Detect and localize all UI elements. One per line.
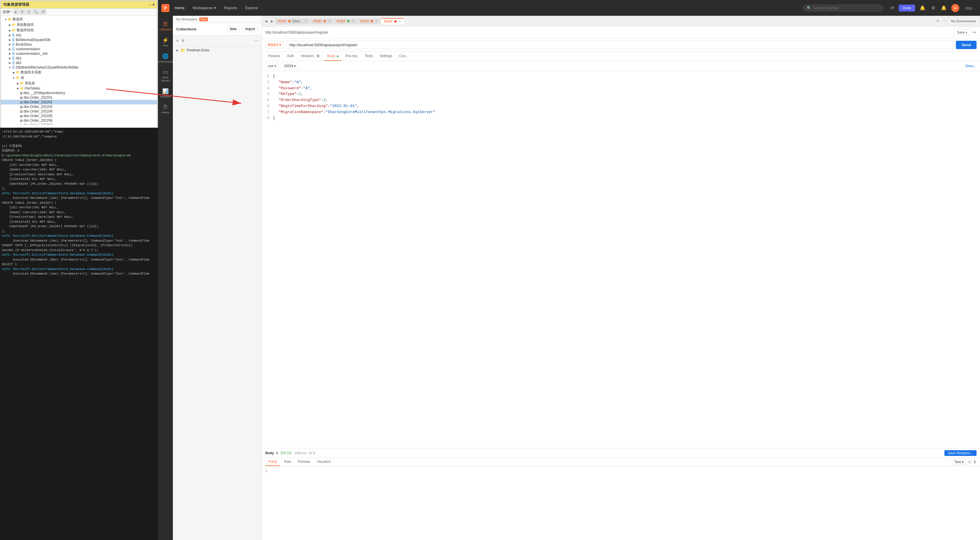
upgrade-button[interactable]: Upg... — [963, 5, 977, 11]
back-btn[interactable]: ◀ — [263, 18, 269, 24]
new-collection-button[interactable]: New — [227, 26, 240, 32]
tree-item-bookstore[interactable]: ▶ 🗄 BookStore — [1, 42, 157, 47]
edit-icon[interactable]: ✏ — [973, 30, 977, 35]
req-tab-settings[interactable]: Settings — [377, 52, 395, 61]
search-btn[interactable]: 🔍 — [32, 10, 39, 14]
sidebar-item-apis[interactable]: ⚡ APIs — [159, 35, 172, 50]
tree-item-order202207[interactable]: ▦ dbo.Order_202207 — [1, 123, 157, 124]
sidebar-item-mock-servers[interactable]: ▭ Mock Servers — [159, 67, 172, 85]
save-button[interactable]: Save ▾ — [953, 29, 971, 36]
collection-postman-echo[interactable]: ▶ 📁 Postman Echo — [173, 46, 262, 54]
filter-btn[interactable]: ▽ — [26, 10, 31, 14]
obj-explorer-close[interactable]: ✕ — [152, 3, 155, 6]
tab-close-btn[interactable]: ✕ — [305, 19, 307, 23]
nav-home[interactable]: Home — [172, 5, 188, 11]
tree-item-dbd84[interactable]: ▼ 🗄 DBd84e699e2a4a4232aa6f93b4b39d9bc — [1, 65, 157, 70]
nav-workspaces[interactable]: Workspaces ▾ — [190, 5, 219, 11]
filter-collections-btn[interactable]: ≡ — [181, 37, 185, 44]
url-input[interactable] — [286, 41, 954, 49]
tree-item-customerstation[interactable]: ▶ 🗄 customerstation — [1, 47, 157, 51]
search-input[interactable] — [813, 6, 880, 10]
notification-icon[interactable]: 🔔 — [940, 4, 948, 12]
req-tab-tests[interactable]: Tests — [362, 52, 375, 61]
resp-tab-raw[interactable]: Raw — [281, 458, 294, 466]
copy-response-icon[interactable]: ⎘ — [969, 460, 971, 464]
resp-tab-visualize[interactable]: Visualize — [314, 458, 334, 466]
tree-item-tables[interactable]: ▼ 📁 表 — [1, 75, 157, 81]
download-response-icon[interactable]: ⬇ — [973, 460, 977, 464]
nav-search-box[interactable]: 🔍 — [803, 5, 883, 11]
tree-item-filetables[interactable]: ▶ 📁 FileTables — [1, 86, 157, 91]
tree-item-db1[interactable]: ▶ 🗄 db1 — [1, 56, 157, 60]
connect-btn[interactable]: 连接• — [3, 10, 11, 14]
tab-post-active[interactable]: POST ✕ — [381, 18, 404, 24]
refresh-btn[interactable]: ▸ — [14, 10, 18, 14]
tree-item-sys-db[interactable]: ▶ 📁 系统数据库 — [1, 22, 157, 27]
save-response-button[interactable]: Save Respons... — [944, 450, 977, 456]
tree-item-databases[interactable]: ▼ 📁 数据库 — [1, 17, 157, 22]
tree-item-customerstation-job[interactable]: ▶ 🗄 customerstation_Job — [1, 51, 157, 56]
add-collection-btn[interactable]: + — [175, 37, 180, 44]
collapse-btn[interactable]: ↺ — [40, 10, 46, 14]
more-options-btn[interactable]: ⋯ — [253, 37, 259, 44]
tree-item-order202205[interactable]: ▦ dbo.Order_202205 — [1, 114, 157, 118]
tab-post-3[interactable]: POST ✕ — [358, 18, 380, 24]
beautify-button[interactable]: Beau... — [966, 64, 977, 68]
user-avatar[interactable]: U — [951, 4, 959, 12]
tree-item-order202206[interactable]: ▦ dbo.Order_202206 — [1, 118, 157, 123]
request-tabs: Params Auth Headers 9 Body Pre-req. Test… — [262, 52, 980, 61]
req-tab-auth[interactable]: Auth — [284, 52, 297, 61]
tree-item-efmigrations[interactable]: ▦ dbo.__EFMigrationsHistory — [1, 91, 157, 95]
sidebar-item-history[interactable]: ⏱ History — [159, 102, 172, 116]
method-select[interactable]: POST ▾ — [265, 41, 284, 49]
add-tab-btn[interactable]: + — [934, 18, 941, 24]
body-format-select[interactable]: raw ▾ — [265, 63, 279, 69]
tab-close-btn[interactable]: ✕ — [375, 19, 378, 23]
console-line: [Id] varchar(50) NOT NULL, — [2, 163, 156, 168]
req-tab-coo[interactable]: Coo... — [396, 52, 411, 61]
tab-close-btn[interactable]: ✕ — [399, 20, 401, 23]
sidebar-item-environments[interactable]: 🌐 Environments — [159, 51, 172, 66]
nav-reports[interactable]: Reports — [221, 5, 240, 11]
new-query-btn[interactable]: ✎ — [19, 10, 25, 14]
req-tab-prereq[interactable]: Pre-req. — [342, 52, 361, 61]
tab-overview[interactable]: POST Over... ✕ — [275, 18, 310, 24]
tree-item-order202203[interactable]: ▦ dbo.Order_202203 — [1, 105, 157, 109]
search-icon: 🔍 — [807, 6, 811, 10]
bell-icon[interactable]: 🔔 — [918, 4, 927, 12]
sidebar-item-collections[interactable]: ☰ Collections — [159, 19, 172, 33]
sync-icon[interactable]: ⟳ — [889, 4, 895, 12]
settings-icon[interactable]: ⚙ — [930, 4, 936, 12]
obj-explorer-minimize[interactable]: ─ — [149, 3, 151, 6]
sidebar-item-monitors[interactable]: 📊 Monitors — [159, 86, 172, 101]
invite-button[interactable]: Invite — [899, 5, 915, 11]
req-tab-headers[interactable]: Headers 9 — [298, 52, 323, 61]
tree-item-order202201[interactable]: ▦ dbo.Order_202201 — [1, 95, 157, 100]
resp-tab-pretty[interactable]: Pretty — [265, 458, 280, 466]
tree-item-snapshot[interactable]: ▶ 📁 数据库快照 — [1, 27, 157, 33]
tab-post-1[interactable]: POST ✕ — [310, 18, 333, 24]
send-button[interactable]: Send — [956, 41, 977, 49]
no-environment[interactable]: No Environment — [948, 18, 979, 24]
tree-item-order202202[interactable]: ▦ dbo.Order_202202 — [1, 100, 157, 105]
code-editor[interactable]: 1 2 3 4 5 6 7 8 { "Name":"A — [262, 71, 980, 448]
console-line: CREATE TABLE [Order_202206] ( — [2, 158, 156, 163]
import-button[interactable]: Import — [242, 26, 258, 32]
tree-item-db2[interactable]: ▶ 🗄 db2 — [1, 60, 157, 65]
tab-close-btn[interactable]: ✕ — [328, 19, 331, 23]
forward-btn[interactable]: ▶ — [269, 18, 275, 24]
req-tab-params[interactable]: Params — [265, 52, 283, 61]
tree-item-order202204[interactable]: ▦ dbo.Order_202204 — [1, 109, 157, 114]
tree-item-bdwechat[interactable]: ▶ 🗄 BDWechatDispatchDB — [1, 38, 157, 42]
req-tab-body[interactable]: Body — [324, 52, 341, 61]
tree-item-reldiagram[interactable]: ▶ 📁 数据库关系图 — [1, 70, 157, 75]
tab-close-btn[interactable]: ✕ — [352, 19, 354, 23]
tab-post-2[interactable]: POST ✕ — [334, 18, 357, 24]
body-type-select[interactable]: JSON ▾ — [281, 63, 298, 69]
resp-tab-preview[interactable]: Preview — [295, 458, 313, 466]
response-format-select[interactable]: Text ▾ — [952, 459, 966, 465]
more-tabs-btn[interactable]: ⋯ — [941, 18, 948, 24]
nav-explore[interactable]: Explore — [242, 5, 261, 11]
tree-item-systables[interactable]: ▶ 📁 系统表 — [1, 81, 157, 86]
tree-item-ais[interactable]: ▶ 🗄 AIS — [1, 33, 157, 38]
